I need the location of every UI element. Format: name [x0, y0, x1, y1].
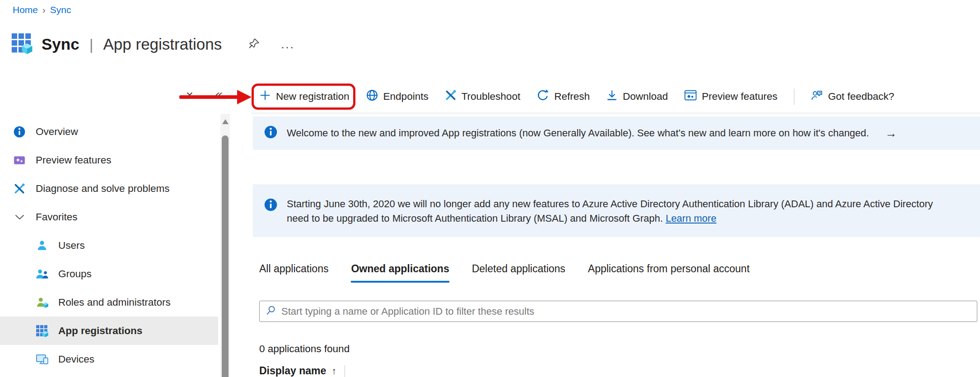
tab-personal-account[interactable]: Applications from personal account	[588, 263, 750, 283]
search-icon	[265, 305, 277, 318]
app-registrations-icon	[35, 325, 49, 337]
breadcrumb-current-link[interactable]: Sync	[50, 5, 71, 15]
sidebar-scrollbar[interactable]	[220, 114, 230, 377]
got-feedback-button[interactable]: Got feedback?	[811, 89, 894, 104]
info-circle-icon	[13, 126, 26, 138]
new-registration-button[interactable]: New registration	[259, 89, 350, 104]
sidebar-item-app-registrations[interactable]: App registrations	[0, 316, 218, 345]
more-icon[interactable]: ...	[281, 42, 295, 47]
page-title: Sync	[42, 35, 79, 53]
scrollbar-up-arrow-icon[interactable]	[222, 119, 229, 124]
results-count: 0 applications found	[259, 343, 350, 355]
sidebar-group-favorites[interactable]: Favorites	[0, 203, 218, 231]
breadcrumb-home-link[interactable]: Home	[13, 5, 38, 15]
users-group-icon	[35, 268, 49, 280]
info-circle-icon	[264, 198, 278, 214]
sidebar: Overview Preview features Diagnose and s…	[0, 114, 231, 377]
sparkles-icon	[13, 154, 26, 166]
globe-icon	[366, 89, 378, 104]
sidebar-item-roles[interactable]: Roles and administrators	[0, 288, 218, 316]
devices-icon	[35, 354, 49, 365]
refresh-button[interactable]: Refresh	[537, 89, 590, 104]
toolbar-divider	[794, 88, 794, 105]
sidebar-item-diagnose[interactable]: Diagnose and solve problems	[0, 174, 218, 203]
info-circle-icon	[264, 125, 278, 142]
annotation-arrow-line	[179, 95, 239, 99]
chevron-down-icon	[13, 211, 26, 223]
feedback-icon	[811, 89, 823, 104]
refresh-icon	[537, 89, 549, 104]
adal-banner: Starting June 30th, 2020 we will no long…	[253, 184, 980, 237]
tab-owned-applications[interactable]: Owned applications	[351, 263, 449, 283]
download-icon	[606, 89, 618, 104]
welcome-banner-text: Welcome to the new and improved App regi…	[287, 127, 869, 139]
page-subtitle: App registrations	[103, 35, 222, 53]
adal-banner-text: Starting June 30th, 2020 we will no long…	[287, 197, 933, 226]
title-separator: |	[89, 36, 93, 53]
pin-icon[interactable]	[248, 37, 260, 51]
download-button[interactable]: Download	[606, 89, 668, 104]
tab-deleted-applications[interactable]: Deleted applications	[472, 263, 565, 283]
preview-features-button[interactable]: Preview features	[684, 89, 778, 104]
welcome-banner: Welcome to the new and improved App regi…	[253, 116, 980, 150]
endpoints-button[interactable]: Endpoints	[366, 89, 429, 104]
scrollbar-thumb[interactable]	[222, 135, 229, 377]
sidebar-item-users[interactable]: Users	[0, 231, 218, 260]
banner-arrow-link[interactable]: →	[885, 126, 897, 140]
page-title-row: Sync | App registrations ...	[11, 33, 295, 56]
annotation-arrow-head	[237, 90, 252, 104]
sidebar-item-overview[interactable]: Overview	[0, 117, 218, 146]
main-content: Welcome to the new and improved App regi…	[231, 114, 980, 377]
tab-all-applications[interactable]: All applications	[259, 263, 328, 283]
application-tabs: All applications Owned applications Dele…	[259, 263, 750, 283]
breadcrumb-separator-icon: ›	[42, 5, 46, 15]
collapse-menu-icon[interactable]: «	[214, 87, 224, 102]
user-icon	[35, 240, 49, 251]
sidebar-item-devices[interactable]: Devices	[0, 345, 218, 373]
tools-icon	[445, 89, 457, 104]
preview-features-icon	[684, 89, 697, 104]
command-bar: New registration Endpoints Troubleshoot …	[251, 83, 980, 110]
role-person-cube-icon	[35, 297, 49, 308]
column-header-display-name[interactable]: Display name ↑	[259, 365, 345, 377]
breadcrumb: Home › Sync	[13, 5, 71, 15]
sort-ascending-icon: ↑	[331, 366, 336, 377]
learn-more-link[interactable]: Learn more	[666, 213, 717, 224]
filter-search-input[interactable]	[281, 306, 971, 317]
tools-icon	[13, 183, 26, 195]
column-divider	[345, 365, 345, 377]
plus-icon	[259, 89, 271, 104]
toolbar-underline	[251, 113, 980, 113]
filter-search-box	[259, 301, 977, 322]
app-registrations-icon	[11, 33, 33, 56]
sidebar-item-preview-features[interactable]: Preview features	[0, 146, 218, 174]
troubleshoot-button[interactable]: Troubleshoot	[445, 89, 521, 104]
sidebar-item-groups[interactable]: Groups	[0, 260, 218, 288]
